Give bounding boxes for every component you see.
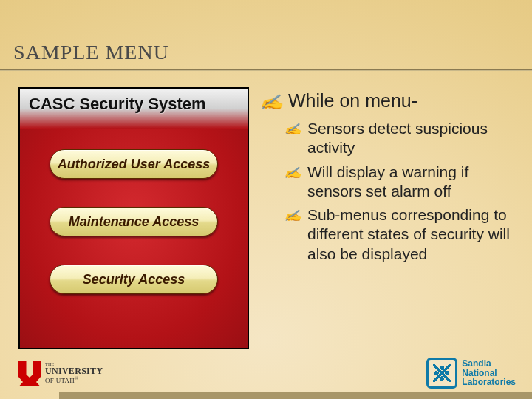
bullet-sub-text: Sensors detect suspicious activity bbox=[307, 119, 517, 158]
bullet-sub-text: Will display a warning if sensors set al… bbox=[307, 163, 517, 202]
slide: SAMPLE MENU CASC Security System Authori… bbox=[0, 0, 532, 399]
menu-header: CASC Security System bbox=[20, 89, 248, 129]
bullet-main: ✍ While on menu- bbox=[262, 90, 517, 112]
sandia-icon bbox=[426, 358, 457, 389]
sandia-line1: Sandia bbox=[462, 359, 516, 369]
bullet-icon: ✍ bbox=[259, 93, 284, 111]
slide-title: SAMPLE MENU bbox=[13, 41, 169, 64]
menu-panel: CASC Security System Authorized User Acc… bbox=[18, 87, 249, 349]
sandia-logo: Sandia National Laboratories bbox=[426, 358, 516, 389]
menu-body: Authorized User Access Maintenance Acces… bbox=[20, 129, 248, 348]
utah-logo-text: THE UNIVERSITY OF UTAH® bbox=[45, 362, 103, 384]
utah-logo: THE UNIVERSITY OF UTAH® bbox=[18, 361, 103, 386]
bullet-icon: ✍ bbox=[284, 123, 302, 137]
bullet-sub: ✍ Will display a warning if sensors set … bbox=[286, 163, 517, 202]
security-access-button[interactable]: Security Access bbox=[50, 265, 218, 294]
sandia-logo-text: Sandia National Laboratories bbox=[462, 359, 516, 387]
sub-list: ✍ Sensors detect suspicious activity ✍ W… bbox=[286, 119, 517, 264]
utah-university: UNIVERSITY bbox=[45, 366, 103, 376]
bullet-icon: ✍ bbox=[284, 166, 302, 180]
utah-of-utah: OF UTAH® bbox=[45, 377, 78, 384]
maintenance-access-button[interactable]: Maintenance Access bbox=[50, 207, 218, 236]
sandia-line3: Laboratories bbox=[462, 378, 516, 387]
menu-inner: CASC Security System Authorized User Acc… bbox=[20, 89, 248, 348]
bullet-main-text: While on menu- bbox=[288, 90, 417, 112]
menu-header-text: CASC Security System bbox=[29, 95, 206, 114]
content-block: ✍ While on menu- ✍ Sensors detect suspic… bbox=[262, 90, 517, 268]
bullet-sub: ✍ Sub-menus corresponding to different s… bbox=[286, 205, 517, 264]
authorized-user-access-button[interactable]: Authorized User Access bbox=[50, 149, 218, 179]
utah-u-icon bbox=[18, 361, 41, 386]
bullet-sub-text: Sub-menus corresponding to different sta… bbox=[307, 205, 517, 264]
bullet-icon: ✍ bbox=[284, 209, 302, 223]
title-rule bbox=[0, 69, 532, 70]
bottom-bar bbox=[59, 392, 532, 399]
bullet-sub: ✍ Sensors detect suspicious activity bbox=[286, 119, 517, 158]
